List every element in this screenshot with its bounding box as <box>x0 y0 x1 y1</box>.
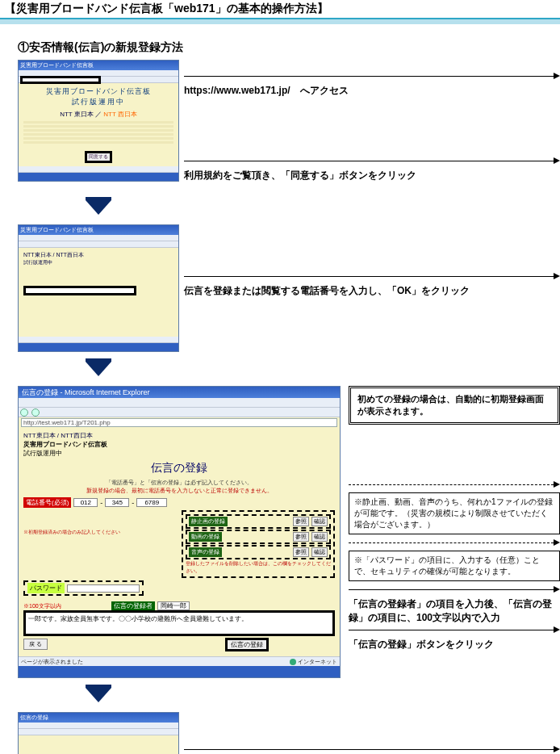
phone-input-1[interactable]: 012 <box>73 498 98 507</box>
page-body: 災害用ブロードバンド伝言板 試行版運用中 NTT 東日本 ／ NTT 西日本 同… <box>19 83 178 166</box>
screenshot-step2: 災害用ブロードバンド伝言板 NTT東日本 / NTT西日本 試行版運用中 <box>18 224 179 352</box>
password-input[interactable] <box>67 584 140 593</box>
annotation-access-url: https://www.web171.jp/ へアクセス <box>184 84 560 98</box>
arrow-completion <box>184 746 560 752</box>
logos-sub: 試行版運用中 <box>23 259 173 266</box>
audio-upload-row: 音声の登録 参照 確認 <box>186 545 331 559</box>
password-aside-note: ※初期登録済みの場合のみ記入してください <box>23 510 177 578</box>
register-message-button[interactable]: 伝言の登録 <box>225 638 269 651</box>
status-bar <box>19 166 178 173</box>
window-title: 災害用ブロードバンド伝言板 <box>19 61 178 70</box>
browse-button[interactable]: 参照 <box>293 547 309 557</box>
callout-submit: 「伝言の登録」ボタンをクリック <box>349 638 560 651</box>
page-body: NTT東日本 / NTT西日本 試行版運用中 <box>19 248 178 337</box>
page-sub2: 試行版運用中 <box>23 449 335 458</box>
down-arrow-icon <box>86 200 111 215</box>
annotation-enter-phone: 伝言を登録または閲覧する電話番号を入力し、「OK」をクリック <box>184 284 560 298</box>
step-4-row: 伝言の登録 伝言を受付しました 伝言の新規登録完了 <box>18 712 560 754</box>
photo-upload-row: 静止画の登録 参照 確認 <box>186 514 331 529</box>
terms-text-placeholder <box>23 121 173 144</box>
menu-bar <box>19 398 340 408</box>
message-textarea[interactable]: 一郎です。家族全員無事です。〇〇小学校の避難所へ全員避難しています。 <box>23 610 335 636</box>
callout-registrant: 「伝言の登録者」の項目を入力後、「伝言の登録」の項目に、100文字以内で入力 <box>349 597 560 625</box>
step-2-row: 災害用ブロードバンド伝言板 NTT東日本 / NTT西日本 試行版運用中 伝言を… <box>18 224 560 352</box>
phone-row: 電話番号(必須) 012- 345- 6789 <box>23 497 335 508</box>
logos: NTT 東日本 ／ NTT 西日本 <box>23 110 173 119</box>
page-heading-2: 試行版運用中 <box>23 97 173 107</box>
audio-label: 音声の登録 <box>189 547 222 557</box>
status-text-left: ページが表示されました <box>21 658 290 666</box>
window-title: 伝言の登録 <box>19 713 178 723</box>
arrow-submit <box>349 626 560 633</box>
password-label: パスワード <box>27 583 65 593</box>
agree-button[interactable]: 同意する <box>85 151 112 163</box>
toolbar <box>19 235 178 241</box>
field-note: 「電話番号」と「伝言の登録」は必ず記入してください。 <box>23 479 335 487</box>
taskbar <box>19 343 178 351</box>
photo-label: 静止画の登録 <box>189 517 228 526</box>
screenshot-step3: 伝言の登録 - Microsoft Internet Explorer http… <box>18 386 341 678</box>
arrow-password-note <box>349 539 560 546</box>
password-row: パスワード <box>23 580 144 596</box>
back-button[interactable]: 戻 る <box>23 639 48 650</box>
char-limit-note: ※100文字以内 <box>23 603 61 609</box>
internet-zone-icon <box>290 659 296 665</box>
phone-label: 電話番号(必須) <box>23 497 71 508</box>
arrow-media-note <box>349 481 560 488</box>
logos: NTT東日本 / NTT西日本 <box>23 251 173 259</box>
video-label: 動画の登録 <box>189 532 222 542</box>
status-bar <box>19 337 178 343</box>
back-icon[interactable] <box>20 408 28 417</box>
forward-icon[interactable] <box>31 408 40 417</box>
logos: NTT東日本 / NTT西日本 <box>23 431 335 440</box>
section-heading: ①安否情報(伝言)の新規登録方法 <box>18 40 560 55</box>
video-upload-row: 動画の登録 参照 確認 <box>186 530 331 544</box>
browse-button[interactable]: 参照 <box>293 532 309 542</box>
status-bar: ページが表示されました インターネット <box>19 656 340 666</box>
address-row <box>19 729 178 735</box>
files-delete-note: 登録したファイルを削除したい場合は、この欄をチェックしてください。 <box>186 560 331 575</box>
callout-first-registration: 初めての登録の場合は、自動的に初期登録画面が表示されます。 <box>349 386 560 425</box>
page-heading: 伝言の登録 <box>23 461 335 475</box>
address-row <box>19 77 178 83</box>
document-title-bar: 【災害用ブロードバンド伝言板「web171」の基本的操作方法】 <box>0 0 560 29</box>
browse-button[interactable]: 参照 <box>293 517 309 526</box>
window-title: 災害用ブロードバンド伝言板 <box>19 225 178 235</box>
down-arrow-icon <box>86 362 111 376</box>
registrant-input[interactable]: 岡崎一郎 <box>157 601 190 610</box>
registrant-label: 伝言の登録者 <box>111 601 155 610</box>
arrow-to-phone-input <box>184 273 560 279</box>
status-text-right: インターネット <box>298 658 337 666</box>
address-row <box>19 241 178 248</box>
arrow-registrant <box>349 586 560 593</box>
confirm-button[interactable]: 確認 <box>311 517 328 526</box>
confirm-button[interactable]: 確認 <box>311 547 328 557</box>
phone-input-3[interactable]: 6789 <box>136 498 167 507</box>
logo-ntt-west: NTT 西日本 <box>103 111 137 118</box>
callout-password: ※「パスワード」の項目に、入力する（任意）ことで、セキュリティの確保が可能となり… <box>349 551 560 581</box>
down-arrow-icon <box>86 688 111 702</box>
page-body: NTT東日本 / NTT西日本 災害用ブロードバンド伝言板 試行版運用中 伝言の… <box>19 428 340 656</box>
nav-toolbar <box>19 408 340 417</box>
field-note2: 新規登録の場合、最初に電話番号を入力しないと正常に登録できません。 <box>23 487 335 495</box>
media-upload-group: 静止画の登録 参照 確認 動画の登録 参照 確認 音声の登録 <box>182 510 335 578</box>
document-title: 【災害用ブロードバンド伝言板「web171」の基本的操作方法】 <box>5 2 328 15</box>
phone-input-2[interactable]: 345 <box>105 498 129 507</box>
step-3-row: 伝言の登録 - Microsoft Internet Explorer http… <box>18 386 560 678</box>
window-title: 伝言の登録 - Microsoft Internet Explorer <box>19 387 340 398</box>
taskbar <box>19 666 340 677</box>
screenshot-step1: 災害用ブロードバンド伝言板 災害用ブロードバンド伝言板 試行版運用中 NTT 東… <box>18 60 179 182</box>
step-1-row: 災害用ブロードバンド伝言板 災害用ブロードバンド伝言板 試行版運用中 NTT 東… <box>18 60 560 191</box>
screenshot-step4: 伝言の登録 伝言を受付しました <box>18 712 179 754</box>
confirm-button[interactable]: 確認 <box>311 532 328 542</box>
logo-ntt-east: NTT 東日本 <box>60 111 94 118</box>
page-heading-1: 災害用ブロードバンド伝言板 <box>23 86 173 97</box>
address-bar[interactable]: http://test.web171.jp/T201.php <box>21 418 337 427</box>
page-body: 伝言を受付しました <box>19 735 178 754</box>
callout-media: ※静止画、動画、音声のうち、何れか1ファイルの登録が可能です。（災害の規模により… <box>349 492 560 534</box>
arrow-to-agree <box>184 157 560 164</box>
page-sub1: 災害用ブロードバンド伝言板 <box>23 440 335 449</box>
taskbar <box>19 173 178 181</box>
phone-input-highlight[interactable] <box>23 286 136 295</box>
toolbar <box>19 723 178 729</box>
